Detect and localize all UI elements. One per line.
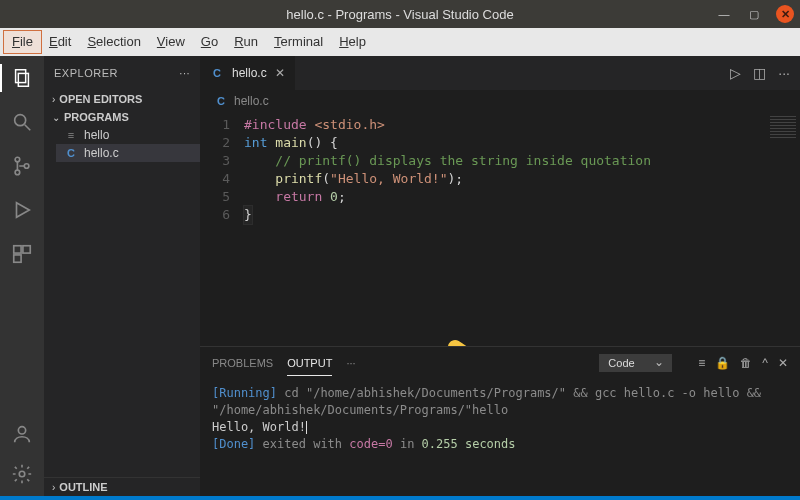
c-file-icon: C	[214, 95, 228, 107]
svg-rect-0	[16, 70, 26, 83]
tab-output[interactable]: OUTPUT	[287, 351, 332, 376]
status-bar[interactable]	[0, 496, 800, 500]
cursor	[306, 421, 307, 434]
file-hello-c[interactable]: Chello.c	[56, 144, 200, 162]
svg-point-4	[15, 157, 20, 162]
menu-selection[interactable]: Selection	[79, 31, 148, 53]
menu-run[interactable]: Run	[226, 31, 266, 53]
svg-rect-1	[18, 73, 28, 86]
chevron-up-icon[interactable]: ^	[762, 356, 768, 370]
menu-view[interactable]: View	[149, 31, 193, 53]
output-body[interactable]: [Running] cd "/home/abhishek/Documents/P…	[200, 379, 800, 496]
run-icon[interactable]: ▷	[730, 65, 741, 81]
bottom-panel: PROBLEMS OUTPUT ··· Code ≡ 🔒 🗑 ^ ✕ [Runn…	[200, 346, 800, 496]
svg-rect-8	[14, 246, 21, 253]
gear-icon[interactable]	[8, 460, 36, 488]
window-title: hello.c - Programs - Visual Studio Code	[286, 7, 513, 22]
tab-more[interactable]: ···	[346, 351, 355, 375]
file-label: hello	[84, 128, 109, 142]
output-command: cd "/home/abhishek/Documents/Programs/" …	[212, 386, 761, 417]
more-icon[interactable]: ···	[778, 65, 790, 81]
svg-point-11	[18, 427, 25, 434]
running-label: [Running]	[212, 386, 277, 400]
output-line: [Done] exited with code=0 in 0.255 secon…	[212, 436, 788, 453]
breadcrumb[interactable]: C hello.c	[200, 90, 800, 112]
done-label: [Done]	[212, 437, 255, 451]
svg-rect-9	[23, 246, 30, 253]
svg-point-2	[15, 115, 26, 126]
output-channel-select[interactable]: Code	[599, 354, 672, 372]
section-label: OPEN EDITORS	[59, 93, 142, 105]
section-label: PROGRAMS	[64, 111, 129, 123]
file-hello[interactable]: ≡hello	[56, 126, 200, 144]
binary-file-icon: ≡	[64, 129, 78, 141]
run-debug-icon[interactable]	[8, 196, 36, 224]
activity-bar	[0, 56, 44, 496]
menu-terminal[interactable]: Terminal	[266, 31, 331, 53]
menu-help[interactable]: Help	[331, 31, 374, 53]
tabbar: C hello.c ✕ ▷ ◫ ···	[200, 56, 800, 90]
code-editor[interactable]: 123456 #include <stdio.h>int main() { //…	[200, 112, 800, 346]
svg-point-12	[19, 471, 25, 477]
minimap[interactable]	[766, 112, 800, 346]
search-icon[interactable]	[8, 108, 36, 136]
svg-marker-7	[17, 203, 30, 218]
files-icon[interactable]	[8, 64, 36, 92]
close-icon[interactable]: ✕	[275, 66, 285, 80]
chevron-down-icon: ⌄	[52, 112, 60, 123]
chevron-right-icon: ›	[52, 94, 55, 105]
c-file-icon: C	[64, 147, 78, 159]
elapsed-time: 0.255 seconds	[422, 437, 516, 451]
source-control-icon[interactable]	[8, 152, 36, 180]
section-outline[interactable]: › OUTLINE	[44, 477, 200, 496]
c-file-icon: C	[210, 67, 224, 79]
close-button[interactable]: ✕	[776, 5, 794, 23]
extensions-icon[interactable]	[8, 240, 36, 268]
section-open-editors[interactable]: › OPEN EDITORS	[44, 90, 200, 108]
section-label: OUTLINE	[59, 481, 107, 493]
breadcrumb-label: hello.c	[234, 94, 269, 108]
output-stdout: Hello, World!	[212, 420, 306, 434]
code-body[interactable]: #include <stdio.h>int main() { // printf…	[244, 112, 800, 346]
minimize-button[interactable]: —	[716, 6, 732, 22]
section-project[interactable]: ⌄ PROGRAMS	[44, 108, 200, 126]
svg-rect-10	[14, 255, 21, 262]
svg-point-5	[15, 170, 20, 175]
file-label: hello.c	[84, 146, 119, 160]
chevron-right-icon: ›	[52, 482, 55, 493]
split-editor-icon[interactable]: ◫	[753, 65, 766, 81]
line-gutter: 123456	[200, 112, 244, 346]
close-panel-icon[interactable]: ✕	[778, 356, 788, 370]
svg-point-6	[24, 164, 29, 169]
window-titlebar: hello.c - Programs - Visual Studio Code …	[0, 0, 800, 28]
clear-icon[interactable]: 🗑	[740, 356, 752, 370]
menu-edit[interactable]: Edit	[41, 31, 79, 53]
editor-group: C hello.c ✕ ▷ ◫ ··· C hello.c 123456 #in…	[200, 56, 800, 496]
lock-icon[interactable]: 🔒	[715, 356, 730, 370]
menubar: FileEditSelectionViewGoRunTerminalHelp	[0, 28, 800, 56]
menu-go[interactable]: Go	[193, 31, 226, 53]
tab-hello-c[interactable]: C hello.c ✕	[200, 56, 295, 90]
tab-problems[interactable]: PROBLEMS	[212, 351, 273, 375]
svg-line-3	[25, 125, 31, 131]
output-line: Hello, World!	[212, 419, 788, 436]
explorer-sidebar: EXPLORER ··· › OPEN EDITORS ⌄ PROGRAMS ≡…	[44, 56, 200, 496]
exit-code: code=0	[349, 437, 392, 451]
more-icon[interactable]: ···	[179, 67, 190, 79]
sidebar-title: EXPLORER	[54, 67, 118, 79]
filter-icon[interactable]: ≡	[698, 356, 705, 370]
maximize-button[interactable]: ▢	[746, 6, 762, 22]
tab-label: hello.c	[232, 66, 267, 80]
output-line: [Running] cd "/home/abhishek/Documents/P…	[212, 385, 788, 419]
account-icon[interactable]	[8, 420, 36, 448]
menu-file[interactable]: File	[4, 31, 41, 53]
